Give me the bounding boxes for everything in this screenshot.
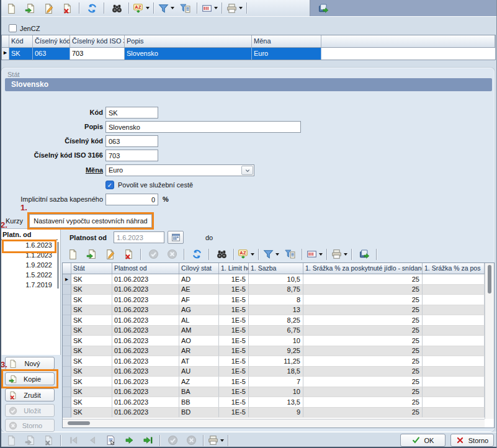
dates-scrollbar-thumb[interactable]: [57, 242, 59, 289]
print-button[interactable]: [330, 248, 349, 261]
sort-az-button[interactable]: AZ: [132, 1, 151, 15]
popis-field[interactable]: [105, 121, 301, 133]
delete-record-button[interactable]: [119, 248, 138, 261]
table-row[interactable]: SK01.06.2023AO1E-51025: [63, 336, 494, 346]
table-row[interactable]: ▸SK01.06.2023AD1E-510,525: [63, 274, 494, 285]
horizontal-scrollbar[interactable]: [63, 419, 485, 428]
horizontal-scrollbar-thumb[interactable]: [68, 421, 90, 425]
storno-record-button[interactable]: Storno: [5, 419, 55, 432]
mena-combobox[interactable]: Euro: [105, 164, 254, 176]
tab-kurzy[interactable]: Kurzy: [6, 217, 23, 225]
edit-record-button[interactable]: [101, 248, 119, 261]
column-header[interactable]: Číselný kód: [33, 35, 70, 47]
tab-nastaveni-vypoctu[interactable]: Nastavení vypočtu cestovních náhrad: [29, 214, 152, 228]
column-header[interactable]: 1. Limit hodin: [219, 263, 249, 274]
copy-record-icon: [86, 249, 97, 259]
table-cell: AM: [179, 326, 219, 336]
ulozit-button[interactable]: Uložit: [5, 404, 55, 417]
table-row[interactable]: SK01.06.2023AE1E-58,7525: [63, 285, 494, 295]
table-row[interactable]: SK01.06.2023AM1E-56,7525: [63, 326, 494, 336]
delete-record-button[interactable]: [39, 434, 58, 447]
table-row[interactable]: SK01.06.2023BB1E-513,525: [63, 397, 494, 408]
storno-button[interactable]: Storno: [450, 434, 494, 447]
zrusit-button[interactable]: Zrušit: [5, 388, 55, 401]
povolit-checkbox[interactable]: ✓: [105, 181, 114, 189]
filter-report-button[interactable]: [280, 248, 299, 261]
filter-button[interactable]: [262, 248, 280, 261]
column-header[interactable]: Stát: [71, 263, 112, 274]
filter-button[interactable]: [157, 1, 176, 15]
table-row[interactable]: SK01.06.2023AZ1E-5725: [63, 377, 494, 387]
copy-record-button[interactable]: [82, 248, 101, 261]
ciselny-kod-field[interactable]: [105, 135, 158, 147]
table-row[interactable]: SK01.06.2023BA1E-51025: [63, 387, 494, 398]
accept-button[interactable]: [144, 248, 163, 261]
row-selector-header[interactable]: [63, 263, 71, 274]
new-document-button[interactable]: [2, 1, 20, 15]
new-document-button[interactable]: [2, 434, 20, 447]
country-row-selected[interactable]: ▸ SK 063 703 Slovensko Euro: [2, 48, 495, 60]
column-header[interactable]: Kód: [9, 35, 33, 47]
column-header[interactable]: Popis: [125, 35, 252, 47]
delete-record-button[interactable]: [58, 1, 76, 15]
table-cell: 10: [249, 387, 303, 398]
country-settings-window: AZ JenCZ KódČíselný kódČíselný kód ISO 3…: [0, 0, 497, 448]
iso-3166-field[interactable]: [105, 150, 158, 161]
search-button[interactable]: [107, 1, 126, 15]
kapesne-field[interactable]: [105, 194, 158, 205]
novy-button[interactable]: Nový: [5, 357, 55, 370]
table-row[interactable]: SK01.06.2023AG1E-51325: [63, 305, 494, 316]
accept-button[interactable]: [163, 434, 182, 447]
goto-record-button[interactable]: [101, 434, 120, 447]
column-header[interactable]: 1. Srážka % za poskytnuté jídlo - snídan…: [303, 263, 423, 274]
nav-last-button[interactable]: [138, 434, 157, 447]
filter-report-button[interactable]: [176, 1, 194, 15]
column-header[interactable]: Platnost od: [112, 263, 179, 274]
date-item[interactable]: 1.7.2019: [0, 280, 60, 290]
nav-prev-button[interactable]: [83, 434, 101, 447]
print-button[interactable]: [225, 1, 244, 15]
vertical-scrollbar[interactable]: [485, 263, 494, 419]
row-marker-icon: ▸: [4, 48, 7, 56]
ok-button[interactable]: OK: [400, 434, 446, 447]
platnost-od-field[interactable]: [114, 231, 164, 243]
column-header[interactable]: 1. Srážka % za pos: [423, 263, 485, 274]
table-row[interactable]: SK01.06.2023AF1E-5825: [63, 295, 494, 305]
column-header[interactable]: Cílový stat: [179, 263, 219, 274]
table-row[interactable]: SK01.06.2023AU1E-518,525: [63, 367, 494, 377]
calendar-button[interactable]: [168, 231, 184, 244]
columns-button[interactable]: [305, 248, 324, 261]
copy-record-button[interactable]: [20, 434, 39, 447]
refresh-button[interactable]: [187, 248, 206, 261]
mena-dropdown-button[interactable]: [241, 166, 253, 175]
nav-first-button[interactable]: [64, 434, 83, 447]
jencz-checkbox[interactable]: [9, 24, 17, 32]
new-document-button[interactable]: [63, 248, 82, 261]
nav-next-button[interactable]: [120, 434, 138, 447]
search-button[interactable]: [212, 248, 231, 261]
columns-button[interactable]: [200, 1, 219, 15]
vertical-scrollbar-thumb[interactable]: [488, 265, 491, 293]
table-row[interactable]: SK01.06.2023AL1E-58,2525: [63, 315, 494, 326]
row-selector-header[interactable]: [2, 35, 9, 47]
copy-record-button[interactable]: [20, 1, 39, 15]
edit-record-button[interactable]: [39, 1, 58, 15]
column-header[interactable]: 1. Sazba: [249, 263, 303, 274]
export-button[interactable]: [314, 1, 333, 15]
cancel-button[interactable]: [163, 248, 181, 261]
date-item[interactable]: 1.5.2022: [0, 270, 60, 280]
column-header[interactable]: Měna: [252, 35, 321, 47]
table-row[interactable]: SK01.06.2023AT1E-511,2525: [63, 356, 494, 367]
sort-az-button[interactable]: AZ: [237, 248, 256, 261]
table-row[interactable]: SK01.06.2023BD1E-5925: [63, 408, 494, 418]
table-cell: [423, 274, 485, 285]
refresh-button[interactable]: [83, 1, 101, 15]
kod-field[interactable]: [105, 107, 158, 119]
table-row[interactable]: SK01.06.2023AR1E-59,2525: [63, 346, 494, 357]
cancel-button[interactable]: [182, 434, 200, 447]
date-item[interactable]: 1.9.2022: [0, 260, 60, 270]
column-header[interactable]: Číselný kód ISO 3166: [70, 35, 125, 47]
dates-column-header[interactable]: Platn. od: [0, 229, 58, 240]
print-button[interactable]: [207, 434, 225, 447]
export-button[interactable]: [355, 248, 374, 261]
